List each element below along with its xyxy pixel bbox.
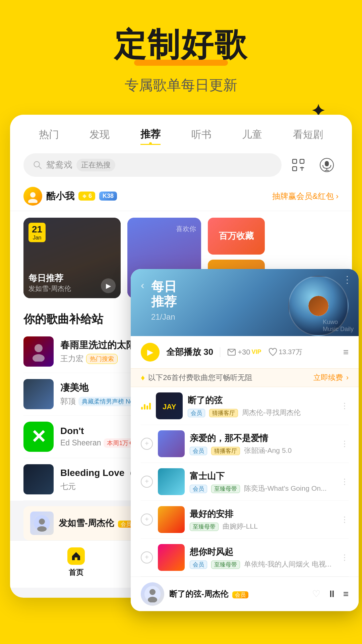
nav-home[interactable]: 首页: [67, 547, 85, 578]
featured-card-sm1[interactable]: 百万收藏: [208, 218, 265, 255]
section-title: 你的歌曲补给站: [23, 313, 103, 325]
pl-info-3: 富士山下 会员 至臻母带 陈奕迅-What's Going On...: [190, 470, 336, 493]
song-thumb-4: [23, 464, 54, 494]
play-all-button[interactable]: ▶: [141, 343, 160, 362]
svg-point-16: [39, 519, 45, 525]
np-title: 发如雪-周杰伦: [59, 518, 114, 528]
forward-button[interactable]: +30 VIP: [227, 347, 261, 357]
play-count: 全部播放 30: [166, 346, 213, 358]
pl-artist-4: 至臻母带 曲婉婷-LLL: [190, 522, 336, 531]
playlist-item-5[interactable]: + 想你时风起 会员 至臻母带 单依纯-我的人间烟火 电视... ⋮: [141, 539, 349, 577]
song-thumb-2: [23, 379, 54, 409]
np-thumb: [30, 512, 54, 535]
playlist-item-1[interactable]: JAY 断了的弦 会员 猜播客厅 周杰伦-寻找周杰伦 ⋮: [141, 387, 349, 425]
card-area: ✦ 热门 发现 推荐 听书 儿童 看短剧 鸳鸯戏 正在热搜: [10, 115, 352, 644]
mini-heart-button[interactable]: ♡: [312, 588, 320, 599]
detail-title: 每日推荐: [151, 279, 177, 310]
song-thumb-3: ✕: [23, 422, 54, 452]
more-btn-3[interactable]: ⋮: [341, 477, 349, 486]
pl-artist-2: 会员 猜播客厅 张韶涵-Ang 5.0: [190, 446, 336, 455]
detail-header: ‹ 每日推荐 21/Jan ⋮ KuwoMusic Daily: [131, 269, 359, 336]
svg-point-12: [28, 199, 38, 203]
pl-info-4: 最好的安排 至臻母带 曲婉婷-LLL: [190, 508, 336, 531]
pl-name-5: 想你时风起: [190, 546, 336, 558]
svg-rect-2: [293, 159, 297, 163]
watermark: KuwoMusic Daily: [323, 319, 354, 333]
svg-text:JAY: JAY: [163, 402, 176, 411]
more-options[interactable]: ⋮: [343, 274, 352, 285]
user-left: 酷小我 6 K38: [23, 187, 117, 206]
pl-name-1: 断了的弦: [188, 394, 336, 406]
mini-list-button[interactable]: ≡: [343, 589, 349, 599]
mic-icon: [319, 158, 334, 172]
mic-button[interactable]: [315, 157, 339, 173]
play-circle[interactable]: ▶: [101, 278, 116, 293]
pl-name-4: 最好的安排: [190, 508, 336, 520]
svg-point-13: [35, 344, 43, 352]
tab-audiobook[interactable]: 听书: [191, 125, 212, 144]
scan-button[interactable]: [287, 157, 310, 173]
disc-center: [308, 296, 328, 316]
pl-thumb-3: [158, 468, 185, 495]
tab-kids[interactable]: 儿童: [242, 125, 262, 144]
song-thumb-1: [23, 336, 54, 367]
level-badge: K38: [99, 192, 117, 201]
back-button[interactable]: ‹: [141, 279, 144, 291]
hero-subtitle: 专属歌单每日更新: [20, 76, 342, 95]
hero-section: 定制好歌 专属歌单每日更新: [0, 0, 362, 95]
search-box[interactable]: 鸳鸯戏 正在热搜: [23, 153, 282, 177]
mini-avatar-icon: [144, 586, 161, 602]
search-area: 鸳鸯戏 正在热搜: [10, 148, 352, 183]
nav-tabs: 热门 发现 推荐 听书 儿童 看短剧: [10, 115, 352, 148]
more-btn-2[interactable]: ⋮: [341, 439, 349, 448]
more-btn-1[interactable]: ⋮: [341, 401, 349, 411]
np-avatar-icon: [34, 515, 50, 532]
tab-discover[interactable]: 发现: [89, 125, 110, 144]
mini-pause-button[interactable]: ⏸: [327, 588, 337, 599]
thumb-person-icon: [28, 341, 49, 362]
user-row: 酷小我 6 K38 抽牌赢会员&红包 ›: [10, 183, 352, 211]
featured-main-card[interactable]: 21 Jan 每日推荐 发如雪-周杰伦 ▶: [23, 218, 121, 298]
like-count-btn[interactable]: 13.37万: [268, 347, 302, 357]
pl-name-3: 富士山下: [190, 470, 336, 482]
vip-notice-text: 以下26首付费歌曲您可畅听无阻: [148, 373, 310, 383]
player-controls: ▶ 全部播放 30 +30 VIP 13.37万 ≡: [131, 336, 359, 368]
add-btn-5[interactable]: +: [141, 551, 153, 564]
more-btn-5[interactable]: ⋮: [341, 553, 349, 562]
svg-rect-4: [293, 167, 297, 171]
svg-line-1: [39, 166, 42, 169]
forward-icon: [227, 347, 236, 357]
main-card-overlay: 每日推荐 发如雪-周杰伦: [28, 272, 71, 293]
pl-thumb-5: [158, 544, 185, 571]
playlist-item-3[interactable]: + 富士山下 会员 至臻母带 陈奕迅-What's Going On... ⋮: [141, 463, 349, 501]
pl-info-2: 亲爱的，那不是爱情 会员 猜播客厅 张韶涵-Ang 5.0: [190, 432, 336, 455]
pl-name-2: 亲爱的，那不是爱情: [190, 432, 336, 444]
add-btn-3[interactable]: +: [141, 476, 153, 488]
vip-notice: ♦ 以下26首付费歌曲您可畅听无阻 立即续费 ›: [131, 368, 359, 387]
playlist-item-4[interactable]: + 最好的安排 至臻母带 曲婉婷-LLL ⋮: [141, 501, 349, 539]
add-btn-4[interactable]: +: [141, 514, 153, 526]
user-promo[interactable]: 抽牌赢会员&红包 ›: [272, 191, 339, 202]
tab-drama[interactable]: 看短剧: [293, 125, 323, 144]
more-btn-4[interactable]: ⋮: [341, 515, 349, 524]
svg-line-25: [228, 349, 232, 352]
heart-icon: [268, 347, 278, 357]
tab-hot[interactable]: 热门: [39, 125, 59, 144]
tab-recommend[interactable]: 推荐: [140, 125, 161, 145]
rank-bars-icon: [141, 402, 151, 410]
avatar-icon: [26, 190, 40, 203]
mini-title: 断了的弦-周杰伦: [169, 589, 228, 598]
search-hot-label: 正在热搜: [76, 159, 115, 171]
scan-icon: [291, 158, 306, 172]
detail-card: ‹ 每日推荐 21/Jan ⋮ KuwoMusic Daily ▶ 全部播放 3…: [131, 269, 359, 611]
svg-rect-3: [300, 159, 304, 163]
playlist-item-2[interactable]: + 亲爱的，那不是爱情 会员 猜播客厅 张韶涵-Ang 5.0 ⋮: [141, 425, 349, 463]
list-icon[interactable]: ≡: [343, 347, 349, 358]
pl-thumb-4: [158, 506, 185, 533]
vip-link[interactable]: 立即续费: [313, 373, 343, 383]
pl-thumb-1: JAY: [156, 392, 183, 419]
vip-wing-icon: [82, 194, 87, 199]
add-btn-2[interactable]: +: [141, 438, 153, 450]
date-badge: 21 Jan: [28, 223, 46, 242]
detail-date: 21/Jan: [151, 312, 177, 322]
